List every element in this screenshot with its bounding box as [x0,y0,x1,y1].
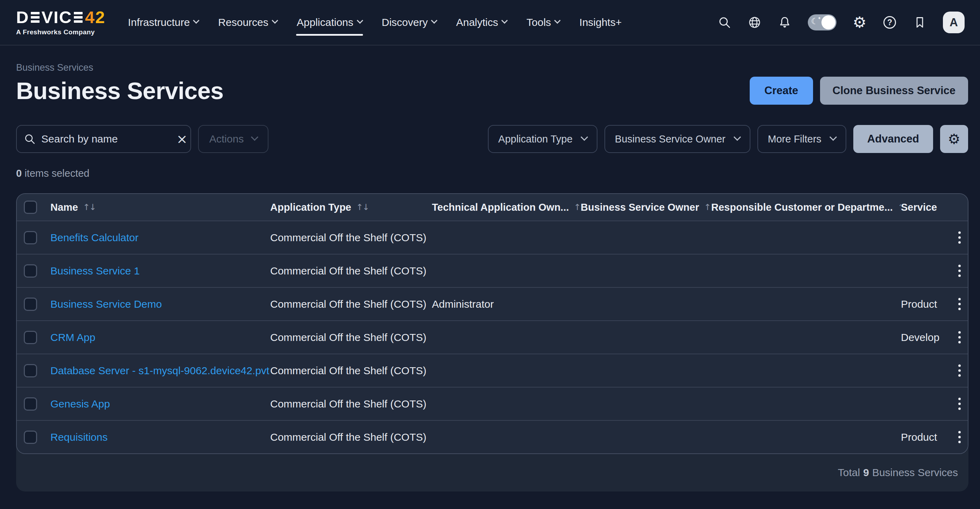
clone-business-service-button[interactable]: Clone Business Service [820,77,969,105]
business-service-link[interactable]: Business Service Demo [50,298,162,310]
row-actions-kebab-icon[interactable] [952,296,966,312]
globe-icon[interactable] [748,15,762,29]
column-label: Responsible Customer or Departme... [711,202,893,213]
business-service-link[interactable]: CRM App [50,331,95,343]
toggle-knob [821,15,835,29]
service-cell: Product [901,298,952,310]
help-icon[interactable]: ? [883,15,897,29]
nav-item-applications[interactable]: Applications [297,0,362,45]
row-checkbox[interactable] [24,397,37,410]
business-service-link[interactable]: Benefits Calculator [50,232,138,243]
dark-mode-toggle[interactable]: ☾ ✦ [808,14,837,30]
notifications-bell-icon[interactable] [778,15,792,29]
chevron-down-icon [272,17,278,24]
top-navigation-bar: D VIC 4 2 A Freshworks Company Infrastru… [0,0,980,46]
chevron-down-icon [193,17,199,24]
column-header-application-type[interactable]: Application Type ↑↓ [270,202,432,213]
application-type-cell: Commercial Off the Shelf (COTS) [270,365,432,377]
row-checkbox[interactable] [24,264,37,278]
main-menu: Infrastructure Resources Applications Di… [128,0,622,45]
create-button[interactable]: Create [750,77,813,105]
application-type-cell: Commercial Off the Shelf (COTS) [270,431,432,443]
technical-application-owner-cell: Administrator [432,298,581,310]
actions-label: Actions [209,133,243,145]
row-actions-kebab-icon[interactable] [952,429,966,445]
column-header-technical-application-owner[interactable]: Technical Application Own... ↑↓ [432,202,581,213]
bookmark-icon[interactable] [913,15,927,29]
business-service-link[interactable]: Genesis App [50,398,110,410]
row-actions-kebab-icon[interactable] [952,362,966,379]
chevron-down-icon [829,134,837,141]
table-row: Database Server - s1-mysql-9062.device42… [17,353,968,387]
row-actions-kebab-icon[interactable] [952,396,966,412]
nav-item-resources[interactable]: Resources [218,0,277,45]
business-service-link[interactable]: Requisitions [50,431,107,443]
nav-label: Infrastructure [128,16,190,29]
application-type-cell: Commercial Off the Shelf (COTS) [270,398,432,410]
table-row: Requisitions Commercial Off the Shelf (C… [17,420,968,453]
chevron-down-icon [581,134,588,141]
column-label: Business Service Owner [581,202,699,213]
business-services-table: Name ↑↓ Application Type ↑↓ Technical Ap… [16,193,969,454]
sort-icon[interactable]: ↑↓ [704,202,711,212]
column-header-service[interactable]: Service [901,202,952,213]
column-header-name[interactable]: Name ↑↓ [50,202,270,213]
nav-item-tools[interactable]: Tools [527,0,560,45]
row-actions-kebab-icon[interactable] [952,262,966,279]
clear-search-icon[interactable]: × [177,132,188,146]
column-label: Name [50,202,78,213]
service-cell: Develop [901,331,952,344]
row-checkbox[interactable] [24,431,37,444]
search-by-name-box[interactable]: × [16,125,191,153]
nav-item-analytics[interactable]: Analytics [456,0,507,45]
row-checkbox[interactable] [24,364,37,377]
search-input[interactable] [41,133,177,145]
business-service-link[interactable]: Database Server - s1-mysql-9062.device42… [50,365,269,376]
chevron-down-icon [251,134,258,141]
nav-label: Resources [218,16,268,29]
device42-logo[interactable]: D VIC 4 2 A Freshworks Company [16,9,106,36]
user-avatar[interactable]: A [943,11,965,33]
page-title: Business Services [16,77,224,104]
chevron-down-icon [501,17,508,24]
logo-letters-vic: VIC [41,9,72,26]
sort-icon[interactable]: ↑↓ [356,202,369,212]
more-filters-dropdown[interactable]: More Filters [757,125,846,153]
actions-dropdown[interactable]: Actions [198,125,269,153]
table-settings-button[interactable]: ⚙ [940,125,968,153]
application-type-cell: Commercial Off the Shelf (COTS) [270,331,432,344]
logo-letter-e-icon [31,12,40,23]
business-service-link[interactable]: Business Service 1 [50,265,140,277]
select-all-checkbox[interactable] [24,200,37,214]
nav-item-discovery[interactable]: Discovery [382,0,437,45]
sparkle-icon: ✦ [818,16,821,21]
row-checkbox[interactable] [24,231,37,244]
row-checkbox[interactable] [24,297,37,311]
business-service-owner-filter[interactable]: Business Service Owner [605,125,750,153]
total-count: 9 [863,467,869,479]
sort-icon[interactable]: ↑↓ [898,202,901,212]
column-header-responsible-customer[interactable]: Responsible Customer or Departme... ↑↓ [711,202,901,213]
column-header-business-service-owner[interactable]: Business Service Owner ↑↓ [581,202,711,213]
topbar-actions: ☾ ✦ ⚙ ? A [718,11,965,33]
nav-item-insights-plus[interactable]: Insights+ [579,0,622,45]
row-actions-kebab-icon[interactable] [952,229,966,246]
sort-icon[interactable]: ↑↓ [83,202,95,212]
settings-gear-icon[interactable]: ⚙ [853,15,867,29]
application-type-cell: Commercial Off the Shelf (COTS) [270,232,432,243]
table-row: Benefits Calculator Commercial Off the S… [17,221,968,254]
total-label: Total [838,467,860,479]
nav-label: Discovery [382,16,428,29]
nav-item-infrastructure[interactable]: Infrastructure [128,0,199,45]
column-label: Application Type [270,202,351,213]
row-actions-kebab-icon[interactable] [952,329,966,345]
application-type-filter[interactable]: Application Type [488,125,597,153]
chevron-down-icon [356,17,363,24]
row-checkbox[interactable] [24,331,37,344]
advanced-button[interactable]: Advanced [853,125,933,153]
selection-summary: 0items selected [16,168,968,179]
logo-letter-e-icon [74,12,83,23]
search-icon[interactable] [718,15,732,29]
breadcrumb[interactable]: Business Services [16,62,968,73]
sort-icon[interactable]: ↑↓ [574,202,581,212]
